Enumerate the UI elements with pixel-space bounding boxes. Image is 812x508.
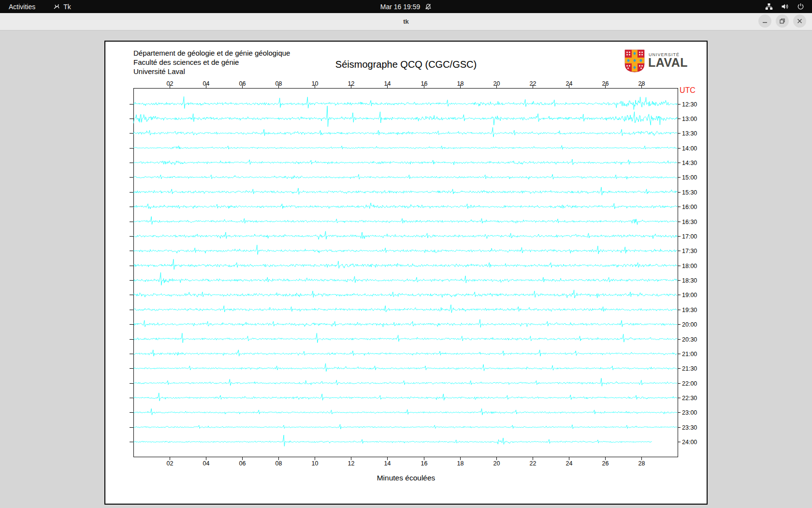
trace-waveform	[133, 174, 677, 179]
utc-time-label: 14:00	[682, 145, 697, 152]
x-axis-tick-label: 06	[239, 460, 246, 467]
x-axis-tick-label: 02	[167, 460, 174, 467]
minimize-button[interactable]	[758, 15, 771, 28]
x-axis-tick-label: 08	[276, 460, 282, 467]
desktop: { "topbar": { "activities": "Activities"…	[0, 0, 812, 508]
utc-axis-label: UTC	[680, 86, 696, 94]
trace-waveform	[133, 409, 677, 415]
trace-waveform	[133, 363, 677, 372]
x-axis-tick-label: 04	[203, 80, 210, 87]
utc-time-label: 23:00	[682, 409, 697, 416]
clock[interactable]: Mar 16 19:59	[380, 3, 420, 11]
close-button[interactable]	[793, 15, 806, 28]
power-icon[interactable]	[797, 3, 804, 10]
utc-time-label: 14:30	[682, 160, 697, 166]
utc-time-label: 19:00	[682, 292, 697, 299]
utc-time-label: 18:30	[682, 277, 697, 284]
x-axis-tick-label: 02	[167, 80, 174, 87]
trace-waveform	[133, 378, 677, 387]
x-axis-tick-label: 22	[530, 80, 536, 87]
x-axis-tick-label: 20	[493, 80, 500, 87]
x-axis-tick-label: 22	[530, 460, 536, 467]
trace-waveform	[133, 259, 677, 269]
trace-waveform	[133, 106, 677, 127]
x-axis-tick-label: 14	[384, 460, 391, 467]
trace-waveform	[133, 187, 677, 195]
utc-time-label: 19:30	[682, 307, 697, 314]
utc-time-label: 21:30	[682, 365, 697, 372]
trace-waveform	[133, 333, 677, 343]
x-axis-tick-label: 20	[493, 460, 500, 467]
trace-waveform	[133, 203, 677, 209]
x-axis-tick-label: 28	[638, 80, 645, 87]
utc-time-label: 13:00	[682, 116, 697, 122]
utc-time-label: 21:00	[682, 351, 697, 358]
x-axis-tick-label: 04	[203, 460, 210, 467]
trace-waveform	[133, 272, 677, 285]
trace-waveform	[133, 290, 677, 298]
utc-time-label: 17:00	[682, 233, 697, 240]
utc-time-label: 24:00	[682, 439, 697, 446]
volume-icon[interactable]	[781, 3, 789, 10]
x-axis-tick-label: 10	[312, 460, 319, 467]
trace-waveform	[133, 245, 677, 254]
x-axis-tick-label: 12	[348, 460, 355, 467]
utc-time-label: 15:00	[682, 174, 697, 181]
notifications-muted-icon	[425, 3, 432, 10]
maximize-button[interactable]	[776, 15, 789, 28]
utc-time-label: 17:30	[682, 248, 697, 254]
x-axis-tick-label: 08	[276, 80, 282, 87]
activities-button[interactable]: Activities	[9, 3, 35, 11]
utc-time-label: 13:30	[682, 130, 697, 137]
utc-time-label: 15:30	[682, 189, 697, 196]
utc-time-label: 22:00	[682, 380, 697, 387]
plot-frame	[134, 89, 678, 457]
x-axis-tick-label: 18	[457, 460, 464, 467]
app-menu-label: Tk	[63, 3, 71, 11]
tk-app-icon	[53, 3, 60, 10]
x-axis-tick-label: 24	[566, 80, 573, 87]
trace-waveform	[133, 217, 677, 225]
trace-waveform	[133, 231, 677, 239]
utc-time-label: 23:30	[682, 424, 697, 431]
network-icon[interactable]	[765, 3, 773, 10]
seismograph-canvas: Département de géologie et de génie géol…	[104, 41, 708, 505]
x-axis-tick-label: 12	[348, 80, 355, 87]
utc-time-label: 20:30	[682, 336, 697, 343]
trace-waveform	[133, 146, 677, 149]
utc-time-label: 20:00	[682, 321, 697, 328]
trace-waveform	[133, 393, 677, 401]
x-axis-tick-label: 24	[566, 460, 573, 467]
trace-waveform	[133, 435, 652, 446]
trace-waveform	[133, 350, 677, 356]
utc-time-label: 12:30	[682, 101, 697, 108]
utc-time-label: 22:30	[682, 395, 697, 402]
trace-waveform	[133, 127, 677, 137]
top-bar: Activities Tk Mar 16 19:59	[0, 0, 812, 13]
utc-time-label: 16:00	[682, 204, 697, 210]
x-axis-tick-label: 16	[421, 80, 428, 87]
x-axis-tick-label: 26	[602, 460, 609, 467]
trace-waveform	[133, 319, 677, 328]
x-axis-title: Minutes écoulées	[105, 474, 707, 482]
window-titlebar[interactable]: tk	[0, 13, 812, 30]
x-axis-tick-label: 26	[602, 80, 609, 87]
x-axis-tick-label: 18	[457, 80, 464, 87]
trace-waveform	[133, 305, 677, 313]
app-menu[interactable]: Tk	[53, 3, 71, 11]
trace-waveform	[133, 97, 677, 110]
utc-time-label: 16:30	[682, 219, 697, 225]
seismogram-plot: 0202040406060808101012121414161618182020…	[105, 42, 707, 504]
utc-time-label: 18:00	[682, 263, 697, 269]
trace-waveform	[133, 424, 677, 429]
trace-waveform	[133, 159, 677, 165]
x-axis-tick-label: 16	[421, 460, 428, 467]
window-title: tk	[0, 13, 812, 30]
x-axis-tick-label: 28	[638, 460, 645, 467]
x-axis-tick-label: 06	[239, 80, 246, 87]
x-axis-tick-label: 14	[384, 80, 391, 87]
x-axis-tick-label: 10	[312, 80, 319, 87]
